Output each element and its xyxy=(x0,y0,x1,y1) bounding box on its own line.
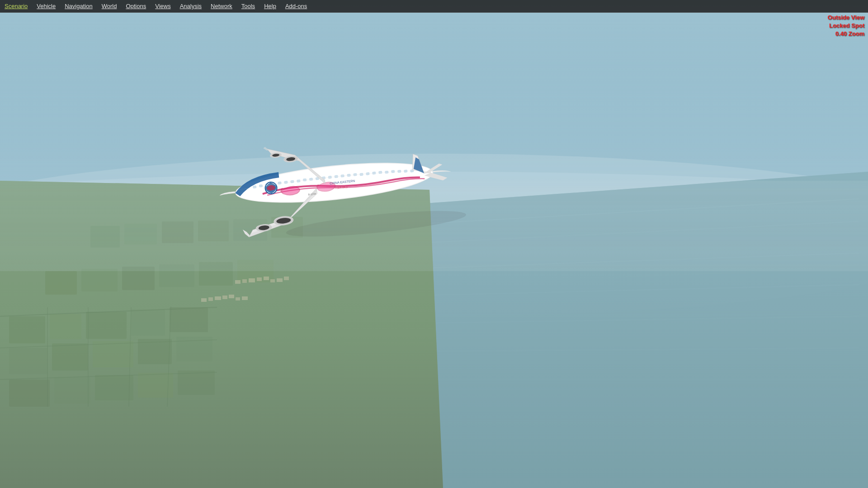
menu-vehicle[interactable]: Vehicle xyxy=(32,1,60,11)
menu-analysis[interactable]: Analysis xyxy=(175,1,206,11)
menu-addons[interactable]: Add-ons xyxy=(281,1,311,11)
menu-help[interactable]: Help xyxy=(259,1,281,11)
hud-view-mode: Outside View xyxy=(828,14,864,22)
menu-tools[interactable]: Tools xyxy=(237,1,259,11)
menu-scenario[interactable]: Scenario xyxy=(0,1,32,11)
menubar: Scenario Vehicle Navigation World Option… xyxy=(0,0,868,13)
hud-camera-mode: Locked Spot xyxy=(828,22,864,30)
menu-options[interactable]: Options xyxy=(121,1,151,11)
scene-background xyxy=(0,0,868,488)
menu-navigation[interactable]: Navigation xyxy=(60,1,97,11)
hud-info: Outside View Locked Spot 0.40 Zoom xyxy=(828,14,864,38)
menu-world[interactable]: World xyxy=(97,1,122,11)
menu-views[interactable]: Views xyxy=(151,1,175,11)
hud-zoom-level: 0.40 Zoom xyxy=(828,30,864,38)
menu-network[interactable]: Network xyxy=(206,1,237,11)
app: CHINA EASTERN 中国东方航空 B-1234 Scenario Veh… xyxy=(0,0,868,488)
